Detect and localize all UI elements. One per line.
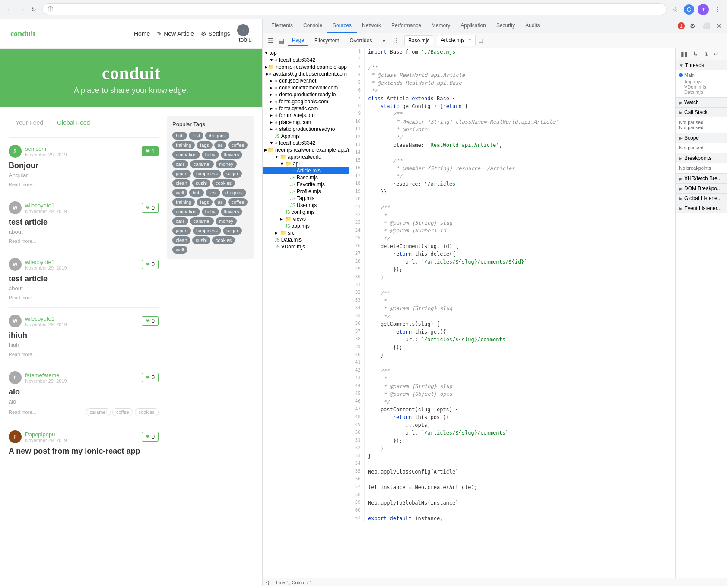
- tag-pill[interactable]: happiness: [193, 227, 221, 235]
- threads-header[interactable]: ▼ Threads: [676, 60, 727, 70]
- tag-pill[interactable]: test: [206, 189, 220, 197]
- tag-pill[interactable]: sugar: [223, 170, 242, 178]
- code-line[interactable]: 28 url: `/articles/${slug}/comments/${id…: [349, 258, 675, 266]
- sub-header-menu-btn[interactable]: ⋮: [391, 35, 401, 46]
- read-more-link[interactable]: Read more...: [9, 410, 36, 415]
- code-line[interactable]: 26 deleteComment(slug, id) {: [349, 242, 675, 250]
- back-button[interactable]: ←: [4, 4, 15, 15]
- tag-pill[interactable]: as: [214, 141, 226, 149]
- code-line[interactable]: 37 return this.get({: [349, 328, 675, 336]
- tree-item-configmjs[interactable]: JSconfig.mjs: [263, 209, 349, 216]
- close-article-tab-btn[interactable]: ✕: [468, 38, 472, 43]
- tag-pill[interactable]: cookies: [212, 179, 235, 187]
- tag-pill[interactable]: coffee: [228, 198, 248, 206]
- code-line[interactable]: 58: [349, 491, 675, 499]
- code-line[interactable]: 1import Base from './Base.mjs';: [349, 48, 675, 56]
- tag-pill[interactable]: training: [172, 141, 195, 149]
- code-line[interactable]: 60: [349, 507, 675, 515]
- author-name[interactable]: wilecoyote1: [25, 259, 67, 265]
- tree-item-neomjs[interactable]: ▶📁neomjs-realworld-example-app: [263, 64, 349, 70]
- tree-item-demo[interactable]: ▶●demo.productionready.io: [263, 91, 349, 98]
- tree-item-localhost[interactable]: ▼●localhost:63342: [263, 57, 349, 64]
- forward-button[interactable]: →: [16, 4, 27, 15]
- author-name[interactable]: fatemefateme: [25, 372, 67, 378]
- code-line[interactable]: 44 * @param {String} slug: [349, 382, 675, 390]
- tree-item-src[interactable]: ▶📁src: [263, 229, 349, 236]
- code-line[interactable]: 13 className: 'RealWorld.api.Article',: [349, 141, 675, 149]
- tag-pill[interactable]: training: [172, 198, 195, 206]
- tree-item-static[interactable]: ▶●static.productionready.io: [263, 126, 349, 133]
- code-line[interactable]: 18 resource: '/articles': [349, 180, 675, 188]
- author-name[interactable]: wilecoyote1: [25, 315, 67, 322]
- step-btn[interactable]: →: [722, 50, 727, 58]
- nav-user[interactable]: T tobiu: [237, 24, 252, 43]
- tag-pill[interactable]: animation: [172, 151, 200, 159]
- code-line[interactable]: 10 * @member {String} className='RealWor…: [349, 118, 675, 126]
- avatar[interactable]: T: [698, 4, 709, 15]
- code-line[interactable]: 23 * @param {String} slug: [349, 219, 675, 227]
- file-tab-base[interactable]: Base.mjs: [404, 35, 433, 45]
- code-line[interactable]: 2: [349, 56, 675, 64]
- devtools-tab-elements[interactable]: Elements: [266, 19, 298, 33]
- code-line[interactable]: 39 });: [349, 343, 675, 351]
- code-line[interactable]: 46 */: [349, 398, 675, 406]
- watch-header[interactable]: ▶ Watch: [676, 98, 727, 107]
- code-line[interactable]: 22 *: [349, 211, 675, 219]
- code-line[interactable]: 31: [349, 281, 675, 289]
- reload-button[interactable]: ↻: [29, 4, 39, 15]
- tag-pill[interactable]: baby: [202, 208, 219, 216]
- nav-home[interactable]: Home: [134, 30, 150, 37]
- tree-item-codeio[interactable]: ▶●code.ionicframework.com: [263, 84, 349, 91]
- like-button[interactable]: ❤ 0: [142, 373, 159, 382]
- tag-pill[interactable]: butt: [189, 189, 204, 197]
- tag-pill[interactable]: money: [216, 217, 237, 225]
- event-listeners-header[interactable]: ▶ Event Listener...: [676, 203, 727, 213]
- code-line[interactable]: 4 * @class RealWorld.api.Article: [349, 71, 675, 79]
- step-over-btn[interactable]: ↳: [691, 50, 700, 58]
- dom-breakpoints-header[interactable]: ▶ DOM Breakpo...: [676, 184, 727, 193]
- scope-header[interactable]: ▶ Scope: [676, 133, 727, 143]
- code-line[interactable]: 5 * @extends RealWorld.api.Base: [349, 79, 675, 87]
- code-line[interactable]: 7class Article extends Base {: [349, 95, 675, 102]
- step-out-btn[interactable]: ↵: [712, 50, 721, 58]
- code-line[interactable]: 36 getComments(slug) {: [349, 320, 675, 328]
- settings-icon-btn[interactable]: ⚙: [688, 21, 697, 31]
- close-devtools-btn[interactable]: ✕: [715, 21, 724, 31]
- tree-item-localhost2[interactable]: ▼●localhost:63342: [263, 140, 349, 146]
- tree-item-basemjs[interactable]: JSBase.mjs: [263, 174, 349, 181]
- tag-pill[interactable]: sushi: [192, 236, 210, 244]
- global-listeners-header[interactable]: ▶ Global Listene...: [676, 194, 727, 203]
- tree-item-placeimg[interactable]: ▶●placeimg.com: [263, 119, 349, 126]
- breakpoints-header[interactable]: ▶ Breakpoints: [676, 153, 727, 163]
- like-button[interactable]: ❤ 0: [142, 316, 159, 326]
- tag-pill[interactable]: sugar: [223, 227, 242, 235]
- tag-pill[interactable]: well: [172, 189, 187, 197]
- author-name[interactable]: wilecoyote1: [25, 202, 67, 209]
- code-line[interactable]: 47 postComment(slug, opts) {: [349, 406, 675, 413]
- pause-resume-btn[interactable]: ▮▮: [679, 50, 689, 58]
- tag-pill[interactable]: as: [214, 198, 226, 206]
- article-tag[interactable]: caramel: [86, 408, 111, 416]
- tree-item-forum[interactable]: ▶●forum.vuejs.org: [263, 112, 349, 119]
- call-stack-header[interactable]: ▶ Call Stack: [676, 108, 727, 117]
- dock-icon-btn[interactable]: ⬜: [701, 21, 711, 31]
- tag-pill[interactable]: test: [189, 132, 203, 140]
- tag-pill[interactable]: baby: [202, 151, 219, 159]
- like-button[interactable]: ❤ 0: [142, 260, 159, 269]
- tab-your-feed[interactable]: Your Feed: [9, 116, 50, 130]
- tag-pill[interactable]: butt: [172, 132, 187, 140]
- code-line[interactable]: 25 */: [349, 235, 675, 242]
- tag-pill[interactable]: tags: [197, 198, 213, 206]
- tree-item-api[interactable]: ▼📁api: [263, 160, 349, 167]
- code-line[interactable]: 19 }}: [349, 188, 675, 196]
- code-line[interactable]: 14: [349, 149, 675, 157]
- tag-pill[interactable]: cars: [172, 217, 188, 225]
- read-more-link[interactable]: Read more...: [9, 352, 36, 357]
- tag-pill[interactable]: coffee: [228, 141, 248, 149]
- code-line[interactable]: 55Neo.applyClassConfig(Article);: [349, 468, 675, 476]
- article-tag[interactable]: cookies: [135, 408, 159, 416]
- tag-pill[interactable]: money: [216, 160, 237, 168]
- code-line[interactable]: 12 */: [349, 133, 675, 141]
- tree-item-app2mjs[interactable]: JSapp.mjs: [263, 222, 349, 229]
- code-line[interactable]: 15 /**: [349, 157, 675, 165]
